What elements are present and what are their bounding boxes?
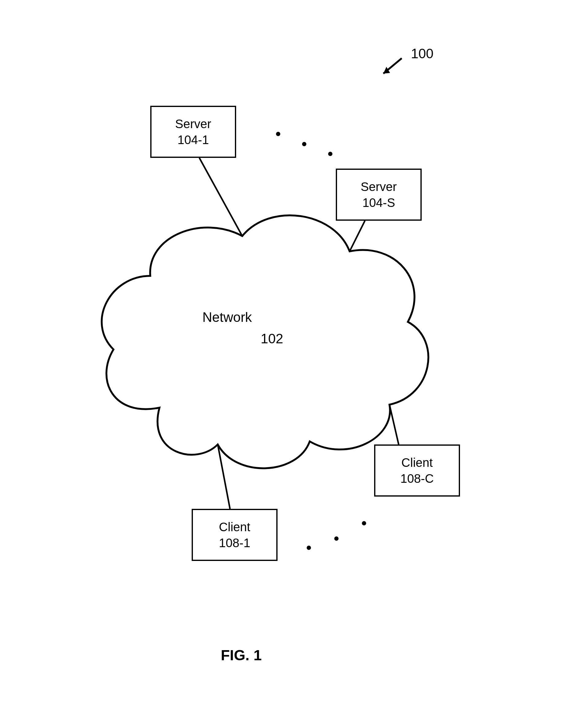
svg-line-1	[349, 221, 365, 251]
svg-line-3	[390, 405, 399, 444]
ellipsis-dot	[307, 546, 311, 550]
server-1-box: Server 104-1	[150, 106, 236, 158]
network-ref: 102	[261, 331, 283, 347]
figure-reference-number: 100	[411, 46, 433, 61]
server-s-ref: 104-S	[363, 195, 395, 211]
client-1-ref: 108-1	[219, 535, 250, 551]
diagram-canvas: 100 Server 104-1 Server 104-S Network 10…	[0, 0, 575, 728]
ellipsis-dot	[362, 521, 366, 525]
ellipsis-dot	[328, 152, 332, 156]
client-1-title: Client	[219, 519, 250, 535]
client-c-ref: 108-C	[401, 471, 434, 486]
server-s-title: Server	[361, 179, 397, 195]
ellipsis-dot	[276, 132, 280, 136]
client-c-box: Client 108-C	[374, 444, 460, 497]
server-1-title: Server	[175, 116, 211, 132]
ellipsis-dot	[334, 537, 339, 541]
connections-layer	[0, 0, 575, 728]
client-c-title: Client	[401, 454, 433, 471]
reference-arrow-icon	[383, 58, 402, 74]
ellipsis-dot	[302, 142, 306, 146]
figure-caption: FIG. 1	[221, 647, 262, 664]
network-title: Network	[202, 310, 252, 325]
client-1-box: Client 108-1	[192, 509, 277, 561]
server-s-box: Server 104-S	[336, 169, 422, 221]
svg-line-0	[199, 158, 242, 236]
server-1-ref: 104-1	[177, 132, 209, 148]
